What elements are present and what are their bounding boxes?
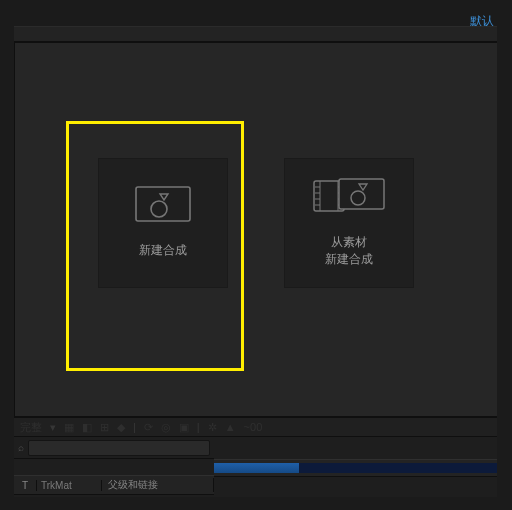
3d-icon[interactable]: ▲ (225, 421, 236, 433)
grid-icon[interactable]: ▦ (64, 421, 74, 434)
reset-exposure-icon[interactable]: ⟳ (144, 421, 153, 434)
snapshot-icon[interactable]: ◎ (161, 421, 171, 434)
timeline-controls: ⌕ (14, 437, 214, 459)
guides-icon[interactable]: ⊞ (100, 421, 109, 434)
tab-bar (14, 26, 497, 42)
timecode-icon[interactable]: ⌕ (18, 442, 24, 453)
project-empty-panel: 新建合成 (14, 42, 497, 417)
column-parent[interactable]: 父级和链接 (102, 478, 214, 492)
composition-icon (135, 186, 191, 222)
tile-label: 从素材 新建合成 (325, 234, 373, 269)
fan-icon[interactable]: ✲ (208, 421, 217, 434)
time-ruler[interactable] (214, 459, 497, 477)
region-icon[interactable]: ▣ (179, 421, 189, 434)
mask-icon[interactable]: ◧ (82, 421, 92, 434)
svg-marker-1 (160, 194, 168, 200)
timeline-column-headers: T TrkMat 父级和链接 (14, 475, 214, 495)
channel-icon[interactable]: ◆ (117, 421, 125, 434)
viewer-footer-toolbar: 完整 ▾ ▦ ◧ ⊞ ◆ | ⟳ ◎ ▣ | ✲ ▲ ~00 (14, 417, 497, 437)
column-trkmat[interactable]: TrkMat (37, 480, 102, 491)
svg-point-2 (151, 201, 167, 217)
timeline-panel: ⌕ T TrkMat 父级和链接 (14, 436, 497, 497)
column-t[interactable]: T (14, 480, 37, 491)
work-area-active[interactable] (214, 463, 299, 473)
quality-dropdown[interactable]: 完整 (20, 420, 42, 435)
media-composition-icon (313, 178, 385, 214)
time-label: ~00 (244, 421, 263, 433)
new-composition-from-footage-tile[interactable]: 从素材 新建合成 (284, 158, 414, 288)
tile-label: 新建合成 (139, 242, 187, 259)
timeline-search-input[interactable] (28, 440, 210, 456)
new-composition-tile[interactable]: 新建合成 (98, 158, 228, 288)
